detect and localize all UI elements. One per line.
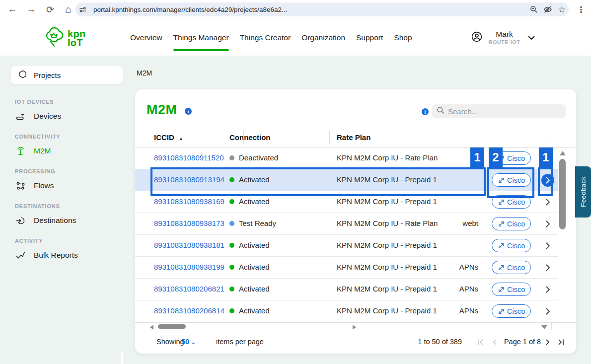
forward-icon[interactable]: → xyxy=(24,0,39,19)
nav-support[interactable]: Support xyxy=(356,19,383,56)
sidebar-item-bulk-reports[interactable]: Bulk Reports xyxy=(15,249,119,262)
items-per-page-label: items per page xyxy=(216,338,264,346)
cisco-link-button[interactable]: Cisco xyxy=(492,173,531,187)
row-expand-chevron[interactable] xyxy=(540,173,555,187)
next-page-button[interactable] xyxy=(542,337,553,348)
connection-status: Activated xyxy=(229,306,270,315)
row-expand-chevron[interactable] xyxy=(540,239,555,253)
pagination-range: 1 to 50 of 389 xyxy=(403,338,462,346)
sidebar-item-flows[interactable]: Flows xyxy=(15,179,119,192)
status-dot-icon xyxy=(229,287,234,291)
table-row[interactable]: 89310831080938199ActivatedKPN M2M Corp I… xyxy=(135,257,558,279)
iccid-link[interactable]: 89310831080206814 xyxy=(154,306,224,315)
m2m-panel: M2M i i ICCID ▲ Connection Rate Plan xyxy=(135,89,576,354)
row-expand-chevron[interactable] xyxy=(540,283,555,296)
per-page-select[interactable]: 50⌄ xyxy=(181,338,196,346)
destinations-icon xyxy=(15,215,26,226)
vertical-scroll-up-arrow[interactable] xyxy=(560,151,566,155)
nav-organization[interactable]: Organization xyxy=(301,19,345,56)
column-divider xyxy=(243,131,244,144)
table-row[interactable]: 89310831080938173Test ReadyKPN M2M Corp … xyxy=(135,213,558,235)
external-link-icon xyxy=(498,308,505,315)
scroll-left-arrow[interactable] xyxy=(150,325,153,330)
column-header-iccid[interactable]: ICCID ▲ xyxy=(154,133,183,142)
url-text[interactable]: portal.kpnthings.com/manager/clients/edc… xyxy=(93,6,527,13)
table-row[interactable]: 89310831080938181ActivatedKPN M2M Corp I… xyxy=(135,235,558,257)
info-icon[interactable]: i xyxy=(422,108,429,115)
last-page-button[interactable] xyxy=(555,337,566,348)
cisco-link-button[interactable]: Cisco xyxy=(492,304,531,318)
column-header-rate-plan[interactable]: Rate Plan xyxy=(337,133,370,142)
table-row[interactable]: 89310831080206814ActivatedKPN M2M Corp I… xyxy=(135,300,558,322)
iccid-link[interactable]: 89310831080938169 xyxy=(154,197,224,206)
cisco-link-button[interactable]: Cisco xyxy=(492,283,531,296)
browser-menu-icon[interactable]: ⋮ xyxy=(574,0,589,19)
sidebar-item-devices[interactable]: Devices xyxy=(15,110,119,123)
row-expand-chevron[interactable] xyxy=(540,261,555,275)
iccid-link[interactable]: 89310831080938199 xyxy=(154,263,224,271)
home-icon[interactable]: ⌂ xyxy=(61,0,75,19)
back-icon[interactable]: ← xyxy=(5,0,20,19)
row-expand-chevron[interactable] xyxy=(540,151,555,165)
scroll-right-arrow[interactable] xyxy=(353,325,356,330)
table-row[interactable]: 89310831080206821ActivatedKPN M2M Corp I… xyxy=(135,279,558,300)
table-row[interactable]: 89310831080911520DeactivatedKPN M2M Corp… xyxy=(135,147,558,169)
browser-toolbar: ← → ⟳ ⌂ portal.kpnthings.com/manager/cli… xyxy=(0,0,591,19)
cisco-link-button[interactable]: Cisco xyxy=(492,195,531,209)
cisco-link-button[interactable]: Cisco xyxy=(492,239,531,252)
address-bar[interactable]: portal.kpnthings.com/manager/clients/edc… xyxy=(75,2,569,16)
iccid-link[interactable]: 89310831080913194 xyxy=(154,175,224,184)
horizontal-scrollbar-thumb[interactable] xyxy=(158,324,186,329)
status-dot-icon xyxy=(229,265,234,270)
cisco-link-button[interactable]: Cisco xyxy=(492,151,531,165)
iccid-link[interactable]: 89310831080938181 xyxy=(154,241,224,249)
truncated-column-text: APNs xyxy=(413,306,478,315)
table-row[interactable]: 89310831080938169ActivatedKPN M2M Corp I… xyxy=(135,191,558,213)
sidebar-item-projects[interactable]: Projects xyxy=(11,66,123,84)
bookmark-star-icon[interactable]: ☆ xyxy=(555,2,569,16)
info-icon[interactable]: i xyxy=(185,108,192,115)
sidebar-section-processing: PROCESSING xyxy=(15,168,119,175)
iccid-link[interactable]: 89310831080938173 xyxy=(154,219,224,227)
previous-page-button[interactable] xyxy=(489,337,500,348)
zoom-out-icon[interactable] xyxy=(527,2,541,16)
chevron-right-icon[interactable] xyxy=(541,174,554,187)
vertical-scrollbar-thumb[interactable] xyxy=(559,159,566,229)
sidebar-section-connectivity: CONNECTIVITY xyxy=(15,134,119,141)
cisco-link-button[interactable]: Cisco xyxy=(492,261,531,274)
breadcrumb: M2M xyxy=(137,69,152,77)
reload-icon[interactable]: ⟳ xyxy=(43,0,58,19)
table-row[interactable]: 89310831080913194ActivatedKPN M2M Corp I… xyxy=(135,169,558,191)
eye-hidden-icon[interactable] xyxy=(541,2,555,16)
nav-shop[interactable]: Shop xyxy=(394,19,412,56)
iccid-link[interactable]: 89310831080911520 xyxy=(154,153,224,162)
row-expand-chevron[interactable] xyxy=(540,195,555,209)
cisco-link-button[interactable]: Cisco xyxy=(492,217,531,230)
nav-overview[interactable]: Overview xyxy=(130,19,162,56)
search-input[interactable] xyxy=(448,107,552,116)
site-settings-icon[interactable] xyxy=(75,2,89,16)
nav-things-manager[interactable]: Things Manager xyxy=(173,19,229,56)
status-dot-icon xyxy=(229,308,234,313)
sidebar-sections: IOT DEVICESDevicesCONNECTIVITYM2MPROCESS… xyxy=(15,99,119,262)
status-dot-icon xyxy=(229,199,234,204)
table-header: ICCID ▲ Connection Rate Plan xyxy=(135,131,558,147)
iccid-link[interactable]: 89310831080206821 xyxy=(154,285,224,293)
feedback-tab[interactable]: Feedback xyxy=(575,166,591,218)
row-expand-chevron[interactable] xyxy=(540,217,555,231)
scroll-down-arrow[interactable] xyxy=(541,325,547,329)
connection-status: Activated xyxy=(229,197,270,206)
scrollbar-divider xyxy=(551,323,552,330)
connection-status: Activated xyxy=(229,285,270,293)
row-expand-chevron[interactable] xyxy=(540,304,555,318)
nav-things-creator[interactable]: Things Creator xyxy=(240,19,291,56)
sidebar-item-m2m[interactable]: M2M xyxy=(15,145,119,157)
column-divider xyxy=(545,131,545,144)
kpn-iot-logo[interactable]: kpn IoT xyxy=(43,26,85,51)
truncated-column-text: APNs xyxy=(413,285,478,293)
user-menu[interactable]: Mark ROUTE-IOT xyxy=(471,19,535,56)
sort-asc-icon[interactable]: ▲ xyxy=(179,136,183,141)
column-header-connection[interactable]: Connection xyxy=(229,133,271,142)
sidebar-item-destinations[interactable]: Destinations xyxy=(15,214,119,227)
first-page-button[interactable] xyxy=(475,337,486,348)
